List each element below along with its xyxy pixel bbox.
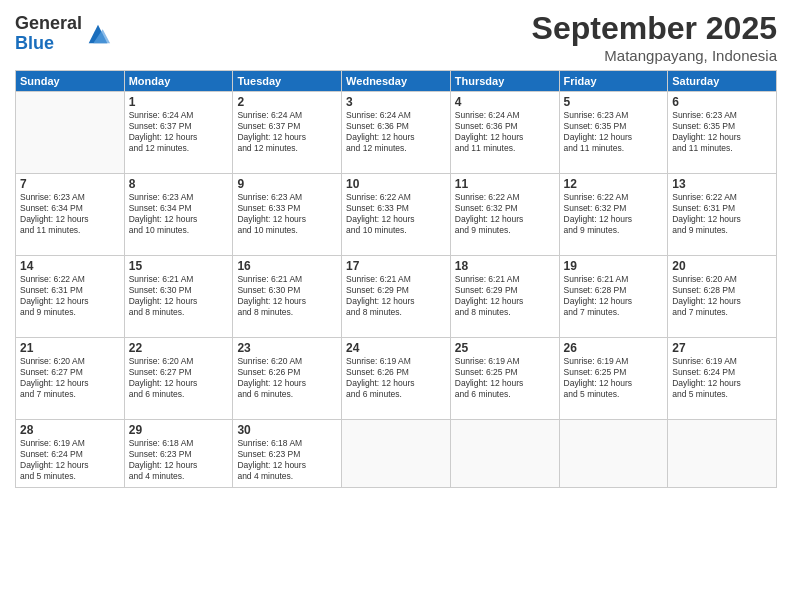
cell-details: Sunrise: 6:20 AM Sunset: 6:27 PM Dayligh… [20,356,120,400]
day-number: 12 [564,177,664,191]
title-block: September 2025 Matangpayang, Indonesia [532,10,777,64]
logo-icon [84,20,112,48]
logo-blue: Blue [15,34,82,54]
day-number: 22 [129,341,229,355]
table-row: 22Sunrise: 6:20 AM Sunset: 6:27 PM Dayli… [124,338,233,420]
table-row: 5Sunrise: 6:23 AM Sunset: 6:35 PM Daylig… [559,92,668,174]
logo-text: General Blue [15,14,82,54]
cell-details: Sunrise: 6:24 AM Sunset: 6:37 PM Dayligh… [237,110,337,154]
table-row: 3Sunrise: 6:24 AM Sunset: 6:36 PM Daylig… [342,92,451,174]
cell-details: Sunrise: 6:19 AM Sunset: 6:24 PM Dayligh… [672,356,772,400]
day-number: 19 [564,259,664,273]
day-number: 24 [346,341,446,355]
cell-details: Sunrise: 6:22 AM Sunset: 6:32 PM Dayligh… [455,192,555,236]
cell-details: Sunrise: 6:23 AM Sunset: 6:34 PM Dayligh… [20,192,120,236]
cell-details: Sunrise: 6:21 AM Sunset: 6:30 PM Dayligh… [237,274,337,318]
day-number: 3 [346,95,446,109]
day-number: 15 [129,259,229,273]
cell-details: Sunrise: 6:23 AM Sunset: 6:35 PM Dayligh… [564,110,664,154]
table-row: 20Sunrise: 6:20 AM Sunset: 6:28 PM Dayli… [668,256,777,338]
cell-details: Sunrise: 6:21 AM Sunset: 6:29 PM Dayligh… [346,274,446,318]
day-number: 4 [455,95,555,109]
table-row: 28Sunrise: 6:19 AM Sunset: 6:24 PM Dayli… [16,420,125,488]
table-row: 30Sunrise: 6:18 AM Sunset: 6:23 PM Dayli… [233,420,342,488]
logo-general: General [15,14,82,34]
page: General Blue September 2025 Matangpayang… [0,0,792,612]
cell-details: Sunrise: 6:20 AM Sunset: 6:28 PM Dayligh… [672,274,772,318]
day-number: 1 [129,95,229,109]
table-row: 6Sunrise: 6:23 AM Sunset: 6:35 PM Daylig… [668,92,777,174]
table-row [342,420,451,488]
cell-details: Sunrise: 6:22 AM Sunset: 6:32 PM Dayligh… [564,192,664,236]
day-number: 28 [20,423,120,437]
cell-details: Sunrise: 6:19 AM Sunset: 6:24 PM Dayligh… [20,438,120,482]
cell-details: Sunrise: 6:19 AM Sunset: 6:25 PM Dayligh… [455,356,555,400]
cell-details: Sunrise: 6:18 AM Sunset: 6:23 PM Dayligh… [129,438,229,482]
table-row: 25Sunrise: 6:19 AM Sunset: 6:25 PM Dayli… [450,338,559,420]
table-row: 13Sunrise: 6:22 AM Sunset: 6:31 PM Dayli… [668,174,777,256]
day-number: 13 [672,177,772,191]
table-row: 29Sunrise: 6:18 AM Sunset: 6:23 PM Dayli… [124,420,233,488]
cell-details: Sunrise: 6:21 AM Sunset: 6:29 PM Dayligh… [455,274,555,318]
cell-details: Sunrise: 6:22 AM Sunset: 6:31 PM Dayligh… [672,192,772,236]
day-number: 10 [346,177,446,191]
header: General Blue September 2025 Matangpayang… [15,10,777,64]
day-number: 18 [455,259,555,273]
cell-details: Sunrise: 6:18 AM Sunset: 6:23 PM Dayligh… [237,438,337,482]
calendar-table: Sunday Monday Tuesday Wednesday Thursday… [15,70,777,488]
table-row: 26Sunrise: 6:19 AM Sunset: 6:25 PM Dayli… [559,338,668,420]
day-number: 6 [672,95,772,109]
day-number: 9 [237,177,337,191]
day-number: 7 [20,177,120,191]
cell-details: Sunrise: 6:21 AM Sunset: 6:28 PM Dayligh… [564,274,664,318]
table-row: 16Sunrise: 6:21 AM Sunset: 6:30 PM Dayli… [233,256,342,338]
day-number: 14 [20,259,120,273]
day-number: 26 [564,341,664,355]
day-number: 17 [346,259,446,273]
table-row [559,420,668,488]
table-row: 27Sunrise: 6:19 AM Sunset: 6:24 PM Dayli… [668,338,777,420]
col-saturday: Saturday [668,71,777,92]
col-friday: Friday [559,71,668,92]
day-number: 16 [237,259,337,273]
day-number: 29 [129,423,229,437]
cell-details: Sunrise: 6:21 AM Sunset: 6:30 PM Dayligh… [129,274,229,318]
table-row: 12Sunrise: 6:22 AM Sunset: 6:32 PM Dayli… [559,174,668,256]
cell-details: Sunrise: 6:24 AM Sunset: 6:37 PM Dayligh… [129,110,229,154]
cell-details: Sunrise: 6:19 AM Sunset: 6:26 PM Dayligh… [346,356,446,400]
cell-details: Sunrise: 6:20 AM Sunset: 6:26 PM Dayligh… [237,356,337,400]
table-row: 21Sunrise: 6:20 AM Sunset: 6:27 PM Dayli… [16,338,125,420]
table-row: 7Sunrise: 6:23 AM Sunset: 6:34 PM Daylig… [16,174,125,256]
cell-details: Sunrise: 6:22 AM Sunset: 6:33 PM Dayligh… [346,192,446,236]
table-row: 10Sunrise: 6:22 AM Sunset: 6:33 PM Dayli… [342,174,451,256]
cell-details: Sunrise: 6:24 AM Sunset: 6:36 PM Dayligh… [455,110,555,154]
table-row: 4Sunrise: 6:24 AM Sunset: 6:36 PM Daylig… [450,92,559,174]
day-number: 27 [672,341,772,355]
cell-details: Sunrise: 6:23 AM Sunset: 6:35 PM Dayligh… [672,110,772,154]
table-row: 18Sunrise: 6:21 AM Sunset: 6:29 PM Dayli… [450,256,559,338]
day-number: 2 [237,95,337,109]
calendar-header-row: Sunday Monday Tuesday Wednesday Thursday… [16,71,777,92]
day-number: 5 [564,95,664,109]
location: Matangpayang, Indonesia [532,47,777,64]
table-row [450,420,559,488]
cell-details: Sunrise: 6:23 AM Sunset: 6:33 PM Dayligh… [237,192,337,236]
col-sunday: Sunday [16,71,125,92]
cell-details: Sunrise: 6:22 AM Sunset: 6:31 PM Dayligh… [20,274,120,318]
table-row: 14Sunrise: 6:22 AM Sunset: 6:31 PM Dayli… [16,256,125,338]
month-title: September 2025 [532,10,777,47]
col-thursday: Thursday [450,71,559,92]
table-row [668,420,777,488]
table-row: 15Sunrise: 6:21 AM Sunset: 6:30 PM Dayli… [124,256,233,338]
table-row [16,92,125,174]
day-number: 25 [455,341,555,355]
table-row: 17Sunrise: 6:21 AM Sunset: 6:29 PM Dayli… [342,256,451,338]
col-monday: Monday [124,71,233,92]
day-number: 30 [237,423,337,437]
cell-details: Sunrise: 6:23 AM Sunset: 6:34 PM Dayligh… [129,192,229,236]
col-wednesday: Wednesday [342,71,451,92]
day-number: 11 [455,177,555,191]
day-number: 8 [129,177,229,191]
table-row: 24Sunrise: 6:19 AM Sunset: 6:26 PM Dayli… [342,338,451,420]
day-number: 23 [237,341,337,355]
